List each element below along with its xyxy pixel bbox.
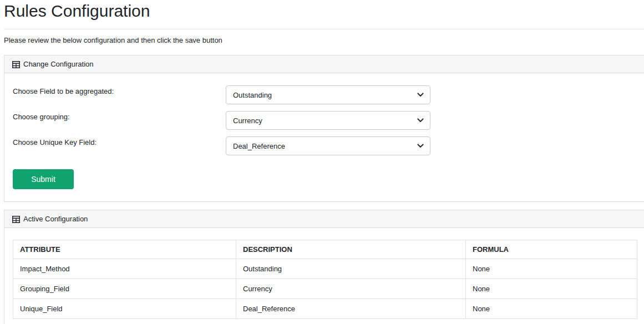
page-title: Rules Configuration — [4, 0, 644, 21]
cell-attribute: Unique_Field — [13, 299, 236, 319]
active-configuration-panel: Active Configuration ATTRIBUTE DESCRIPTI… — [4, 210, 644, 324]
column-header-formula: FORMULA — [466, 240, 637, 259]
cell-formula: None — [466, 299, 637, 319]
cell-attribute: Impact_Method — [13, 259, 236, 279]
table-row: Impact_Method Outstanding None — [13, 259, 637, 279]
change-configuration-header: Change Configuration — [4, 55, 644, 73]
aggregated-field-label: Choose Field to be aggregated: — [13, 85, 226, 95]
grouping-label: Choose grouping: — [13, 111, 226, 121]
chevron-down-icon — [417, 93, 424, 97]
cell-description: Outstanding — [236, 259, 466, 279]
form-row-aggregated-field: Choose Field to be aggregated: Outstandi… — [13, 85, 644, 104]
cell-description: Currency — [236, 279, 466, 299]
aggregated-field-selected-value: Outstanding — [233, 91, 272, 99]
unique-key-selected-value: Deal_Reference — [233, 142, 285, 150]
cell-attribute: Grouping_Field — [13, 279, 236, 299]
cell-formula: None — [466, 279, 637, 299]
form-row-grouping: Choose grouping: Currency — [13, 111, 644, 130]
submit-button[interactable]: Submit — [13, 169, 74, 189]
title-divider — [4, 29, 644, 29]
unique-key-label: Choose Unique Key Field: — [13, 136, 226, 146]
change-configuration-panel: Change Configuration Choose Field to be … — [4, 55, 644, 202]
page-content: Rules Configuration Please review the be… — [0, 0, 644, 324]
chevron-down-icon — [417, 118, 424, 123]
column-header-attribute: ATTRIBUTE — [13, 240, 236, 259]
table-row: Grouping_Field Currency None — [13, 279, 637, 299]
active-configuration-table: ATTRIBUTE DESCRIPTION FORMULA Impact_Met… — [13, 240, 637, 319]
cell-description: Deal_Reference — [236, 299, 466, 319]
unique-key-select[interactable]: Deal_Reference — [226, 136, 430, 155]
active-configuration-body: ATTRIBUTE DESCRIPTION FORMULA Impact_Met… — [4, 228, 644, 324]
page-subtitle: Please review the below configuration an… — [4, 36, 644, 44]
cell-formula: None — [466, 259, 637, 279]
change-configuration-title: Change Configuration — [23, 60, 93, 68]
table-header-row: ATTRIBUTE DESCRIPTION FORMULA — [13, 240, 637, 259]
aggregated-field-select[interactable]: Outstanding — [226, 85, 430, 104]
chevron-down-icon — [417, 144, 424, 148]
active-configuration-title: Active Configuration — [23, 215, 88, 223]
change-configuration-body: Choose Field to be aggregated: Outstandi… — [4, 73, 644, 201]
column-header-description: DESCRIPTION — [236, 240, 466, 259]
table-row: Unique_Field Deal_Reference None — [13, 299, 637, 319]
table-icon — [12, 216, 20, 223]
form-row-unique-key: Choose Unique Key Field: Deal_Reference — [13, 136, 644, 155]
table-icon — [12, 61, 20, 68]
grouping-select[interactable]: Currency — [226, 111, 430, 130]
active-configuration-header: Active Configuration — [4, 210, 644, 228]
grouping-selected-value: Currency — [233, 117, 262, 125]
